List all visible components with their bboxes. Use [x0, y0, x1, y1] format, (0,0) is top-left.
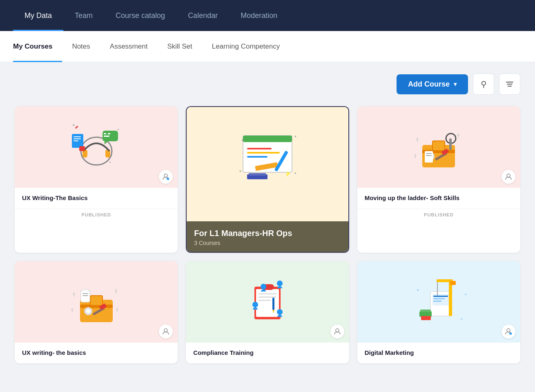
card-body: Digital Marketing — [357, 343, 520, 363]
card-body: UX Writing-The Basics — [15, 188, 178, 209]
card-status: PUBLISHED — [357, 209, 520, 219]
svg-text:╋: ╋ — [116, 307, 118, 312]
card-image: ╋ ╋ ╋ ╋ — [15, 261, 178, 343]
card-image — [186, 261, 349, 343]
svg-text:╋: ╋ — [416, 137, 419, 142]
svg-text:+: + — [510, 333, 511, 335]
course-card-l1-managers[interactable]: ✦ ✦ ✦ ✦ For L1 Managers-HR Ops 3 Courses — [186, 106, 349, 253]
svg-point-54 — [86, 309, 90, 313]
course-card-ux-writing-basics-2[interactable]: ╋ ╋ ╋ ╋ UX writing- the basics — [15, 261, 178, 363]
card-status: PUBLISHED — [15, 209, 178, 219]
svg-point-77 — [336, 329, 339, 332]
nav-course-catalog[interactable]: Course catalog — [104, 0, 176, 31]
card-body: UX writing- the basics — [15, 343, 178, 363]
clipboard-illustration — [239, 275, 296, 328]
filter-button[interactable] — [499, 74, 520, 95]
svg-rect-57 — [81, 291, 90, 302]
course-card-compliance-training[interactable]: Compliance Training — [186, 261, 349, 363]
svg-rect-11 — [74, 140, 78, 141]
svg-text:✦: ✦ — [416, 288, 419, 292]
svg-rect-6 — [108, 133, 110, 134]
svg-rect-38 — [449, 138, 452, 150]
svg-point-74 — [277, 309, 283, 315]
svg-rect-36 — [432, 141, 445, 151]
svg-point-72 — [277, 281, 283, 286]
nav-my-data[interactable]: My Data — [13, 0, 63, 31]
card-body: Compliance Training — [186, 343, 349, 363]
svg-rect-68 — [259, 293, 276, 294]
tab-learning-competency[interactable]: Learning Competency — [202, 31, 290, 62]
svg-rect-24 — [247, 156, 268, 158]
tab-my-courses[interactable]: My Courses — [13, 31, 62, 62]
card-title: Compliance Training — [193, 349, 341, 356]
svg-text:╋: ╋ — [71, 307, 74, 312]
card-image: ✦ ✦ ✦ ✦ — [187, 107, 348, 221]
svg-rect-7 — [104, 136, 109, 137]
course-card-digital-marketing[interactable]: ✦ ✦ ✦ + Digital Marketing — [357, 261, 520, 363]
card-user-icon — [330, 325, 344, 339]
tab-notes[interactable]: Notes — [62, 31, 100, 62]
tab-skill-set[interactable]: Skill Set — [157, 31, 202, 62]
card-subtitle: 3 Courses — [194, 240, 341, 246]
card-user-icon — [502, 170, 515, 184]
svg-text:╋: ╋ — [457, 133, 460, 138]
add-course-label: Add Course — [408, 80, 450, 89]
svg-rect-13 — [79, 146, 85, 151]
svg-rect-70 — [259, 300, 271, 301]
nav-calendar[interactable]: Calendar — [176, 0, 229, 31]
add-course-button[interactable]: Add Course ▾ — [397, 74, 468, 94]
svg-rect-52 — [90, 296, 103, 305]
svg-rect-86 — [450, 281, 456, 285]
svg-rect-21 — [243, 136, 292, 142]
toolbar: Add Course ▾ ⚲ — [15, 74, 520, 95]
card-title: Moving up the ladder- Soft Skills — [365, 194, 513, 201]
card-title: For L1 Managers-HR Ops — [194, 229, 341, 238]
svg-text:✦: ✦ — [239, 169, 242, 173]
svg-text:+: + — [167, 178, 169, 180]
main-content: Add Course ▾ ⚲ — [0, 62, 535, 375]
svg-rect-88 — [420, 310, 431, 312]
nav-team[interactable]: Team — [63, 0, 104, 31]
sub-navigation: My Courses Notes Assessment Skill Set Le… — [0, 31, 535, 62]
svg-rect-5 — [104, 133, 106, 134]
svg-rect-23 — [247, 152, 280, 154]
filter-icon — [506, 82, 513, 87]
search-button[interactable]: ⚲ — [473, 74, 494, 95]
svg-rect-59 — [82, 295, 88, 296]
svg-rect-44 — [426, 153, 432, 154]
card-title: UX Writing-The Basics — [22, 194, 170, 201]
svg-text:╋: ╋ — [414, 154, 417, 158]
nav-moderation[interactable]: Moderation — [229, 0, 289, 31]
svg-rect-58 — [82, 293, 88, 294]
svg-rect-45 — [426, 155, 432, 156]
card-image: ✦ ✦ ✦ + — [15, 106, 178, 188]
svg-text:✦: ✦ — [117, 128, 120, 131]
svg-text:✦: ✦ — [241, 138, 244, 143]
svg-rect-82 — [433, 301, 441, 302]
svg-rect-9 — [74, 136, 81, 137]
svg-text:╋: ╋ — [72, 292, 76, 297]
crane-illustration: ✦ ✦ ✦ — [408, 275, 469, 328]
card-user-icon — [159, 325, 173, 339]
tab-assessment[interactable]: Assessment — [100, 31, 158, 62]
svg-rect-12 — [75, 126, 78, 129]
svg-text:✦: ✦ — [109, 160, 111, 164]
card-user-icon: + — [159, 170, 173, 184]
svg-point-49 — [507, 174, 510, 177]
card-user-icon: + — [502, 325, 515, 339]
course-card-ux-writing-basics[interactable]: ✦ ✦ ✦ + UX Writing-The Basics PUBLISHED — [15, 106, 178, 253]
card-title: Digital Marketing — [365, 349, 513, 356]
svg-text:✦: ✦ — [294, 172, 297, 175]
svg-point-17 — [164, 174, 167, 177]
svg-text:╋: ╋ — [114, 288, 118, 294]
featured-overlay: For L1 Managers-HR Ops 3 Courses — [187, 221, 348, 252]
card-image: ╋ ╋ ╋ — [357, 106, 520, 188]
svg-rect-43 — [425, 151, 433, 163]
svg-point-71 — [261, 284, 266, 290]
svg-rect-10 — [74, 138, 81, 139]
svg-point-73 — [252, 302, 258, 307]
whiteboard-illustration: ✦ ✦ ✦ ✦ — [231, 127, 304, 201]
course-card-soft-skills[interactable]: ╋ ╋ ╋ Moving up the ladder- Soft Skills … — [357, 106, 520, 253]
tools-illustration: ╋ ╋ ╋ — [410, 120, 467, 174]
svg-text:✦: ✦ — [72, 123, 75, 127]
